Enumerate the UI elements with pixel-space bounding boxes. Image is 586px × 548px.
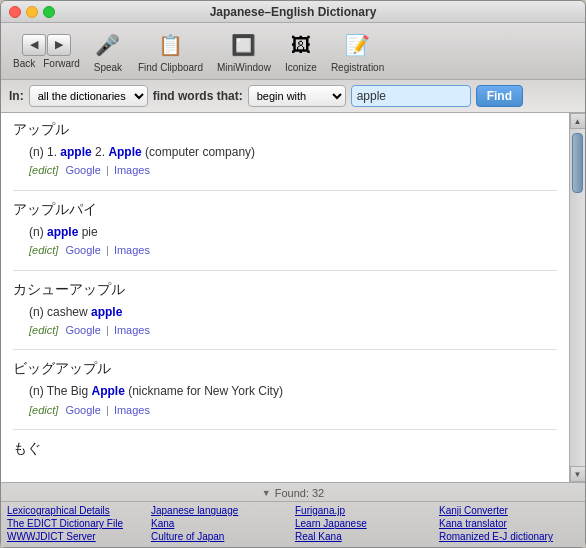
iconize-icon: 🖼 — [285, 29, 317, 61]
footer-link-5[interactable]: Kana — [149, 517, 293, 530]
google-link-2[interactable]: Google — [65, 244, 100, 256]
entry-3-links: [edict] Google | Images — [29, 322, 557, 340]
entry-2: アップルパイ (n) apple pie [edict] Google | Im… — [13, 201, 557, 271]
entry-5-heading: もぐ — [13, 440, 557, 458]
highlight: Apple — [108, 145, 141, 159]
footer-link-2[interactable]: Furigana.jp — [293, 504, 437, 517]
triangle-icon: ▼ — [262, 488, 271, 498]
footer-link-1[interactable]: Japanese language — [149, 504, 293, 517]
footer-link-9[interactable]: Culture of Japan — [149, 530, 293, 543]
highlight: Apple — [91, 384, 124, 398]
google-link-1[interactable]: Google — [65, 164, 100, 176]
forward-button[interactable]: ▶ — [47, 34, 71, 56]
edict-link-4[interactable]: [edict] — [29, 404, 58, 416]
footer-link-10[interactable]: Real Kana — [293, 530, 437, 543]
google-link-3[interactable]: Google — [65, 324, 100, 336]
images-link-1[interactable]: Images — [114, 164, 150, 176]
entry-2-heading: アップルパイ — [13, 201, 557, 219]
app-window: Japanese–English Dictionary ◀ ▶ Back For… — [0, 0, 586, 548]
iconize-button[interactable]: 🖼 Iconize — [279, 27, 323, 75]
entry-4: ビッグアップル (n) The Big Apple (nickname for … — [13, 360, 557, 430]
entry-3-heading: カシューアップル — [13, 281, 557, 299]
registration-button[interactable]: 📝 Registration — [325, 27, 390, 75]
back-button[interactable]: ◀ — [22, 34, 46, 56]
footer-link-6[interactable]: Learn Japanese — [293, 517, 437, 530]
entry-4-links: [edict] Google | Images — [29, 402, 557, 420]
registration-label: Registration — [331, 62, 384, 73]
edict-link-1[interactable]: [edict] — [29, 164, 58, 176]
images-link-2[interactable]: Images — [114, 244, 150, 256]
images-link-4[interactable]: Images — [114, 404, 150, 416]
highlight: apple — [60, 145, 91, 159]
entry-1-heading: アップル — [13, 121, 557, 139]
entry-1: アップル (n) 1. apple 2. Apple (computer com… — [13, 121, 557, 191]
footer-links: Lexicographical Details Japanese languag… — [1, 502, 585, 545]
find-clipboard-button[interactable]: 📋 Find Clipboard — [132, 27, 209, 75]
dictionary-select[interactable]: all the dictionaries — [29, 85, 148, 107]
toolbar: ◀ ▶ Back Forward 🎤 Speak 📋 Find Clipboar… — [1, 23, 585, 80]
highlight: apple — [91, 305, 122, 319]
scroll-up-button[interactable]: ▲ — [570, 113, 586, 129]
edict-link-3[interactable]: [edict] — [29, 324, 58, 336]
close-button[interactable] — [9, 6, 21, 18]
forward-label: Forward — [43, 58, 80, 69]
entry-1-links: [edict] Google | Images — [29, 162, 557, 180]
google-link-4[interactable]: Google — [65, 404, 100, 416]
registration-icon: 📝 — [342, 29, 374, 61]
highlight: apple — [47, 225, 78, 239]
search-bar: In: all the dictionaries find words that… — [1, 80, 585, 113]
images-link-3[interactable]: Images — [114, 324, 150, 336]
traffic-lights — [9, 6, 55, 18]
find-words-label: find words that: — [153, 89, 243, 103]
maximize-button[interactable] — [43, 6, 55, 18]
miniwindow-icon: 🔲 — [228, 29, 260, 61]
entry-3-body: (n) cashew apple [edict] Google | Images — [13, 303, 557, 340]
bottom-bar: ▼ Found: 32 Lexicographical Details Japa… — [1, 482, 585, 547]
content-area: アップル (n) 1. apple 2. Apple (computer com… — [1, 113, 585, 482]
miniwindow-label: MiniWindow — [217, 62, 271, 73]
entry-4-heading: ビッグアップル — [13, 360, 557, 378]
minimize-button[interactable] — [26, 6, 38, 18]
entry-2-body: (n) apple pie [edict] Google | Images — [13, 223, 557, 260]
criteria-select[interactable]: begin with contain end with match exactl… — [248, 85, 346, 107]
iconize-label: Iconize — [285, 62, 317, 73]
find-button[interactable]: Find — [476, 85, 523, 107]
scroll-thumb[interactable] — [572, 133, 583, 193]
entry-4-body: (n) The Big Apple (nickname for New York… — [13, 382, 557, 419]
footer-link-0[interactable]: Lexicographical Details — [5, 504, 149, 517]
find-clipboard-label: Find Clipboard — [138, 62, 203, 73]
footer-link-8[interactable]: WWWJDICT Server — [5, 530, 149, 543]
edict-link-2[interactable]: [edict] — [29, 244, 58, 256]
speak-label: Speak — [94, 62, 122, 73]
search-input[interactable] — [351, 85, 471, 107]
speak-button[interactable]: 🎤 Speak — [86, 27, 130, 75]
title-bar: Japanese–English Dictionary — [1, 1, 585, 23]
in-label: In: — [9, 89, 24, 103]
footer-link-4[interactable]: The EDICT Dictionary File — [5, 517, 149, 530]
back-label: Back — [13, 58, 35, 69]
scrollbar: ▲ ▼ — [569, 113, 585, 482]
entry-5: もぐ — [13, 440, 557, 472]
footer-link-3[interactable]: Kanji Converter — [437, 504, 581, 517]
scroll-thumb-area — [570, 129, 585, 466]
speak-icon: 🎤 — [92, 29, 124, 61]
find-clipboard-icon: 📋 — [154, 29, 186, 61]
entry-1-body: (n) 1. apple 2. Apple (computer company)… — [13, 143, 557, 180]
window-title: Japanese–English Dictionary — [210, 5, 377, 19]
entry-2-links: [edict] Google | Images — [29, 242, 557, 260]
results-panel: アップル (n) 1. apple 2. Apple (computer com… — [1, 113, 569, 482]
entry-3: カシューアップル (n) cashew apple [edict] Google… — [13, 281, 557, 351]
footer-link-7[interactable]: Kana translator — [437, 517, 581, 530]
found-count: Found: 32 — [275, 487, 325, 499]
scroll-down-button[interactable]: ▼ — [570, 466, 586, 482]
footer-link-11[interactable]: Romanized E-J dictionary — [437, 530, 581, 543]
found-row: ▼ Found: 32 — [1, 485, 585, 502]
miniwindow-button[interactable]: 🔲 MiniWindow — [211, 27, 277, 75]
